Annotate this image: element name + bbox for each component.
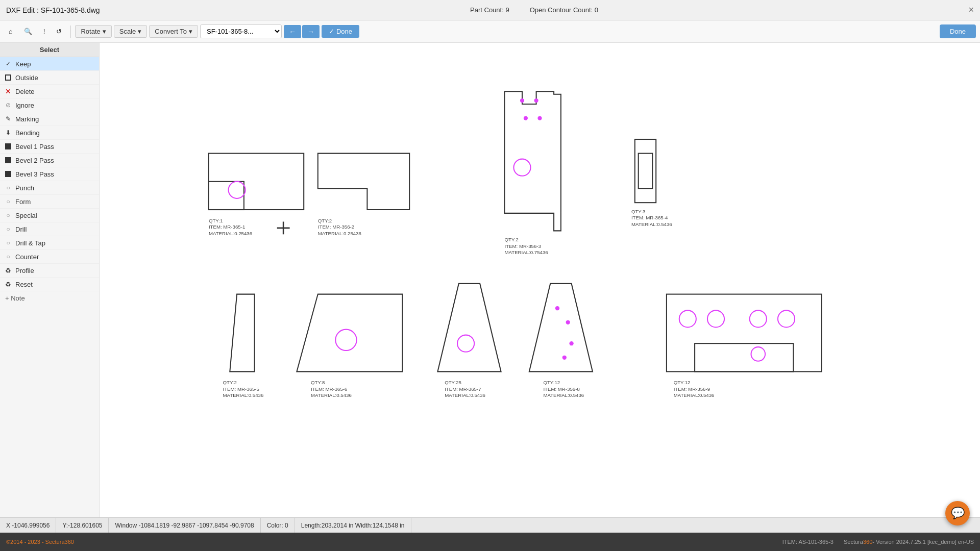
sidebar: Select ✓ Keep Outside ✕ Delete ⊘ Ignore …: [0, 43, 100, 517]
prev-arrow-button[interactable]: ←: [284, 25, 301, 38]
svg-text:ITEM: MR-356-9: ITEM: MR-356-9: [674, 386, 710, 392]
part-group-2: QTY:2 ITEM: MR-356-2 MATERIAL:0.25436: [318, 154, 409, 236]
chevron-down-icon: ▾: [138, 28, 141, 35]
sidebar-item-form[interactable]: ○ Form: [0, 195, 99, 209]
canvas-area[interactable]: QTY:1 ITEM: MR-365-1 MATERIAL:0.25436 QT…: [100, 43, 980, 517]
punch-icon: ○: [4, 184, 12, 192]
convert-to-label: Convert To: [155, 28, 187, 35]
svg-point-14: [537, 116, 542, 120]
svg-point-2: [229, 182, 246, 198]
info-button[interactable]: !: [39, 25, 50, 38]
y-coord: Y:-128.601605: [56, 518, 109, 533]
svg-point-38: [562, 356, 567, 360]
bottom-bar: ©2014 - 2023 - Sectura360 ITEM: AS-101-3…: [0, 533, 980, 551]
part-group-7: QTY:25 ITEM: MR-365-7 MATERIAL:0.5436: [437, 284, 501, 398]
sidebar-item-bevel3[interactable]: Bevel 3 Pass: [0, 167, 99, 181]
window-title: DXF Edit : SF-101-365-8.dwg: [6, 6, 100, 14]
svg-text:QTY:12: QTY:12: [543, 380, 560, 385]
form-icon: ○: [4, 197, 12, 206]
svg-rect-43: [695, 343, 793, 371]
sidebar-item-keep[interactable]: ✓ Keep: [0, 57, 99, 71]
search-icon: 🔍: [24, 28, 32, 35]
counter-icon: ○: [4, 253, 12, 261]
brand-text: 360: [65, 539, 74, 545]
sidebar-item-profile[interactable]: ♻ Profile: [0, 264, 99, 278]
sidebar-item-marking[interactable]: ✎ Marking: [0, 112, 99, 126]
dxf-canvas: QTY:1 ITEM: MR-365-1 MATERIAL:0.25436 QT…: [100, 43, 980, 517]
svg-text:QTY:3: QTY:3: [631, 209, 645, 214]
done-right-button[interactable]: Done: [940, 24, 976, 38]
item-info: ITEM: AS-101-365-3: [782, 539, 834, 545]
part-group-6: QTY:8 ITEM: MR-365-6 MATERIAL:0.5436: [297, 294, 402, 398]
convert-to-dropdown[interactable]: Convert To ▾: [149, 25, 198, 38]
chevron-down-icon: ▾: [103, 28, 106, 35]
file-selector[interactable]: SF-101-365-8...: [200, 24, 282, 38]
marking-label: Marking: [15, 115, 39, 123]
sidebar-header: Select: [0, 43, 99, 57]
next-arrow-button[interactable]: →: [302, 25, 320, 38]
edit-icon: ✎: [4, 115, 12, 123]
svg-text:ITEM: MR-365-6: ITEM: MR-365-6: [311, 386, 347, 392]
refresh-icon: ↺: [56, 28, 62, 35]
svg-text:MATERIAL:0.5436: MATERIAL:0.5436: [445, 392, 485, 398]
rotate-label: Rotate: [81, 28, 100, 35]
part-group-1: QTY:1 ITEM: MR-365-1 MATERIAL:0.25436: [209, 154, 304, 236]
counter-label: Counter: [15, 253, 39, 261]
part-group-4: QTY:3 ITEM: MR-365-4 MATERIAL:0.5436: [631, 139, 672, 227]
download-icon: ⬇: [4, 129, 12, 137]
home-button[interactable]: ⌂: [4, 25, 17, 38]
drill-icon: ○: [4, 225, 12, 233]
add-note-button[interactable]: + Note: [0, 291, 99, 305]
sidebar-item-reset[interactable]: ♻ Reset: [0, 278, 99, 291]
copyright-info: ©2014 - 2023 - Sectura360: [6, 539, 74, 545]
length-info: Length:203.2014 in Width:124.1548 in: [295, 518, 411, 533]
checkmark-icon: ✓: [329, 28, 334, 35]
main-area: Select ✓ Keep Outside ✕ Delete ⊘ Ignore …: [0, 43, 980, 517]
svg-rect-1: [209, 182, 244, 210]
svg-point-11: [520, 98, 524, 103]
svg-text:QTY:25: QTY:25: [445, 380, 461, 385]
home-icon: ⌂: [9, 28, 13, 35]
reset-label: Reset: [15, 281, 33, 288]
refresh-button[interactable]: ↺: [52, 25, 66, 38]
drilltap-label: Drill & Tap: [15, 239, 45, 247]
svg-text:MATERIAL:0.5436: MATERIAL:0.5436: [674, 392, 715, 398]
sidebar-item-drill[interactable]: ○ Drill: [0, 222, 99, 236]
sidebar-item-punch[interactable]: ○ Punch: [0, 181, 99, 195]
sidebar-item-delete[interactable]: ✕ Delete: [0, 85, 99, 98]
search-button[interactable]: 🔍: [19, 25, 37, 38]
done-toolbar-button[interactable]: ✓ Done: [322, 25, 359, 38]
xmark-icon: ✕: [4, 87, 12, 95]
sidebar-item-ignore[interactable]: ⊘ Ignore: [0, 98, 99, 112]
close-button[interactable]: ×: [968, 5, 974, 15]
svg-point-15: [513, 159, 530, 176]
sidebar-item-outside[interactable]: Outside: [0, 71, 99, 85]
svg-point-37: [569, 341, 573, 345]
svg-text:QTY:2: QTY:2: [223, 380, 237, 385]
special-icon: ○: [4, 211, 12, 219]
scale-dropdown[interactable]: Scale ▾: [114, 25, 148, 38]
svg-text:MATERIAL:0.75436: MATERIAL:0.75436: [505, 249, 548, 255]
svg-text:QTY:1: QTY:1: [209, 218, 223, 223]
svg-text:MATERIAL:0.5436: MATERIAL:0.5436: [311, 392, 352, 398]
svg-point-47: [778, 310, 795, 327]
status-bar: X -1046.999056 Y:-128.601605 Window -108…: [0, 517, 980, 533]
svg-text:ITEM: MR-356-3: ITEM: MR-356-3: [505, 243, 541, 249]
sidebar-item-special[interactable]: ○ Special: [0, 209, 99, 222]
svg-point-48: [751, 347, 766, 361]
svg-text:MATERIAL:0.25436: MATERIAL:0.25436: [318, 231, 361, 236]
version-info-area: ITEM: AS-101-365-3 Sectura360- Version 2…: [782, 539, 974, 545]
sidebar-item-bevel1[interactable]: Bevel 1 Pass: [0, 140, 99, 154]
chevron-down-icon: ▾: [189, 28, 192, 35]
sidebar-item-counter[interactable]: ○ Counter: [0, 250, 99, 264]
svg-text:ITEM: MR-356-8: ITEM: MR-356-8: [543, 386, 579, 392]
sidebar-item-bevel2[interactable]: Bevel 2 Pass: [0, 154, 99, 167]
svg-rect-42: [667, 294, 822, 372]
sidebar-item-drilltap[interactable]: ○ Drill & Tap: [0, 236, 99, 250]
chat-button[interactable]: 💬: [945, 501, 970, 525]
svg-text:ITEM: MR-365-1: ITEM: MR-365-1: [209, 224, 245, 230]
reset-icon: ♻: [4, 280, 12, 288]
exclamation-icon: !: [43, 28, 45, 35]
sidebar-item-bending[interactable]: ⬇ Bending: [0, 126, 99, 140]
rotate-dropdown[interactable]: Rotate ▾: [75, 25, 111, 38]
